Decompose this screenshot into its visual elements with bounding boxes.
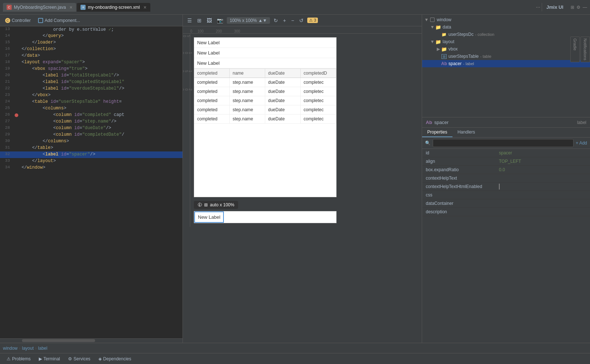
line-num-27: 27 <box>0 119 13 125</box>
breadcrumb-layout[interactable]: layout <box>22 346 34 351</box>
component-icon <box>38 18 43 23</box>
tree-item-userstepstable[interactable]: ⊞ userStepsTable - table <box>422 53 590 60</box>
zoom-selector[interactable]: 100% x 100% ▲▼ <box>227 17 270 24</box>
undo-icon[interactable]: ↺ <box>298 17 305 24</box>
bottom-preview-area: 🛈 ⊞ auto x 100% New Label <box>194 201 418 223</box>
line-num-13: 13 <box>0 26 13 33</box>
refresh-icon[interactable]: ↻ <box>272 17 279 24</box>
td-completedd-5: completec <box>301 115 336 123</box>
jmix-minimize-icon[interactable]: — <box>583 5 587 10</box>
terminal-tab[interactable]: ▶ Terminal <box>35 355 64 363</box>
tree-item-window[interactable]: ▼ window <box>422 16 590 23</box>
bottom-label-container: New Label <box>194 211 337 223</box>
breadcrumb-window[interactable]: window <box>3 346 18 351</box>
ruler-top: 0 100 200 300 <box>183 26 422 34</box>
line-gutter-27 <box>13 119 20 125</box>
tab-java-close[interactable]: × <box>69 4 72 10</box>
jmix-settings-icon[interactable]: ⚙ <box>576 5 580 10</box>
menu-icon[interactable]: ☰ <box>186 17 193 24</box>
tab-handlers[interactable]: Handlers <box>452 128 480 137</box>
zoom-label: 100% x 100% <box>230 18 257 23</box>
grid-icon[interactable]: ⊞ <box>196 17 203 24</box>
line-gutter-23 <box>13 92 20 99</box>
line-content-14: </query> <box>20 33 183 40</box>
line-content-18: <layout expand="spacer"> <box>20 59 183 66</box>
td-completedd-3: completec <box>301 96 336 105</box>
td-completedd-2: completec <box>301 87 336 96</box>
expand-vbox[interactable]: ▶ <box>435 46 441 52</box>
tree-label-data: data <box>443 25 451 30</box>
code-line-23: 23 </vbox> <box>0 92 183 99</box>
zoom-in-icon[interactable]: + <box>282 17 288 24</box>
notifications-tab[interactable]: Notifications <box>580 37 590 62</box>
line-content-16: </collection> <box>20 46 183 53</box>
code-line-28: 28 <column id="dueDate"/> <box>0 125 183 132</box>
code-line-16: 16 </collection> <box>0 46 183 53</box>
gradle-tab[interactable]: Gradle <box>570 37 580 62</box>
prop-row-expand-ratio: box.expandRatio 0.0 <box>422 166 590 174</box>
line-gutter-19 <box>13 66 20 72</box>
warning-badge[interactable]: ⚠ 3 <box>307 18 318 23</box>
editor-scrollbar[interactable] <box>0 338 183 343</box>
tree-item-layout[interactable]: ▼ 📁 layout <box>422 38 590 45</box>
line-content-15: </loader> <box>20 40 183 46</box>
breadcrumb-label[interactable]: label <box>38 346 47 351</box>
code-line-27: 27 <column id="step.name"/> <box>0 119 183 125</box>
line-gutter-29 <box>13 132 20 138</box>
spacer-label[interactable]: New Label <box>194 211 224 223</box>
table-header-row: completed name dueDate completedD <box>194 69 336 78</box>
code-line-15: 15 </loader> <box>0 40 183 46</box>
add-component-button[interactable]: Add Component... <box>36 17 82 24</box>
tab-java[interactable]: C MyOnboardingScreen.java × <box>3 3 76 12</box>
prop-value-id[interactable]: spacer <box>499 150 586 155</box>
line-gutter-34 <box>13 165 20 171</box>
context-html-checkbox[interactable] <box>499 184 500 189</box>
services-tab[interactable]: ⚙ Services <box>64 355 94 363</box>
prop-value-align[interactable]: TOP_LEFT <box>499 159 586 164</box>
tab-xml[interactable]: ≡ my-onboarding-screen.xml × <box>77 3 150 12</box>
table-row-2: completed step.name dueDate completec <box>194 87 336 96</box>
line-gutter-24 <box>13 99 20 105</box>
screenshot-icon[interactable]: 📷 <box>215 17 225 24</box>
line-num-18: 18 <box>0 59 13 66</box>
spacer-region <box>194 124 336 197</box>
prop-value-expand-ratio[interactable]: 0.0 <box>499 167 586 172</box>
jmix-layout-icon[interactable]: ⊞ <box>571 5 574 10</box>
breakpoint-26[interactable] <box>15 113 18 117</box>
code-line-31: 31 </table> <box>0 145 183 151</box>
tree-item-spacer[interactable]: Ab spacer - label <box>422 60 590 67</box>
props-tabs: Properties Handlers <box>422 128 590 138</box>
problems-label: Problems <box>12 356 31 361</box>
line-num-32: 32 <box>0 151 13 158</box>
image-icon[interactable]: 🖼 <box>205 17 213 24</box>
comp-icon-ab: Ab <box>426 120 432 125</box>
tab-xml-close[interactable]: × <box>143 4 146 10</box>
dependencies-icon: ◈ <box>98 356 102 361</box>
code-line-18: 18 <layout expand="spacer"> <box>0 59 183 66</box>
controller-button[interactable]: C Controller <box>3 17 33 24</box>
more-options-icon[interactable]: ⋯ <box>536 5 540 10</box>
code-line-34: 34 </window> <box>0 165 183 171</box>
expand-window[interactable]: ▼ <box>424 17 429 22</box>
line-num-21: 21 <box>0 79 13 86</box>
line-content-32: <label id="spacer"/> <box>20 151 183 158</box>
zoom-out-icon[interactable]: − <box>290 17 296 24</box>
code-line-20: 20 <label id="totalStepsLabel"/> <box>0 72 183 79</box>
tab-properties[interactable]: Properties <box>422 128 452 137</box>
expand-data[interactable]: ▼ <box>429 25 435 30</box>
line-gutter-13 <box>13 26 20 33</box>
problems-tab[interactable]: ⚠ Problems <box>3 355 34 363</box>
line-content-25: <columns> <box>20 105 183 112</box>
dependencies-tab[interactable]: ◈ Dependencies <box>95 355 135 363</box>
preview-panel: ☰ ⊞ 🖼 📷 100% x 100% ▲▼ ↻ + − ↺ ⚠ 3 0 <box>183 15 422 343</box>
tree-item-data[interactable]: ▼ 📁 data <box>422 23 590 31</box>
component-label-area: Ab spacer label <box>422 117 590 128</box>
add-property-button[interactable]: + Add <box>576 140 587 146</box>
code-line-25: 25 <columns> <box>0 105 183 112</box>
tree-item-vbox[interactable]: ▶ 📁 vbox <box>422 45 590 53</box>
props-search-input[interactable] <box>433 139 574 147</box>
line-num-31: 31 <box>0 145 13 151</box>
jmix-panel: ▼ window ▼ 📁 data 📁 userStepsDc - collec… <box>422 15 590 343</box>
tree-item-userstepsdc[interactable]: 📁 userStepsDc - collection <box>422 31 590 38</box>
expand-layout[interactable]: ▼ <box>429 39 435 44</box>
